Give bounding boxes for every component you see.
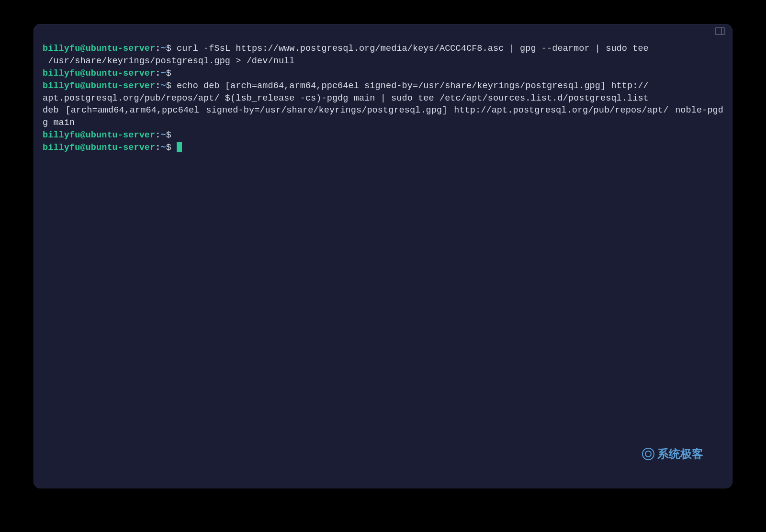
command-text: apt.postgresql.org/pub/repos/apt/ $(lsb_…: [43, 93, 649, 103]
prompt-path: ~: [160, 143, 166, 153]
prompt-path: ~: [160, 81, 166, 91]
terminal-line: deb [arch=amd64,arm64,ppc64el signed-by=…: [43, 104, 723, 129]
terminal-line: /usr/share/keyrings/postgresql.gpg > /de…: [43, 55, 723, 68]
prompt-user-host: billyfu@ubuntu-server: [43, 130, 155, 140]
prompt-colon: :: [155, 130, 160, 140]
watermark-text: 系统极客: [657, 446, 703, 462]
prompt-user-host: billyfu@ubuntu-server: [43, 44, 155, 54]
watermark: 系统极客: [642, 446, 703, 462]
prompt-colon: :: [155, 143, 160, 153]
command-text: [171, 143, 177, 153]
watermark-logo-icon: [642, 448, 654, 460]
cursor: [177, 142, 182, 152]
prompt-dollar: $: [166, 81, 171, 91]
prompt-path: ~: [160, 44, 166, 54]
panel-toggle-icon[interactable]: [715, 27, 725, 35]
prompt-user-host: billyfu@ubuntu-server: [43, 143, 155, 153]
terminal-content[interactable]: billyfu@ubuntu-server:~$ curl -fSsL http…: [34, 38, 732, 163]
terminal-line: billyfu@ubuntu-server:~$ curl -fSsL http…: [43, 43, 723, 55]
terminal-line: billyfu@ubuntu-server:~$: [43, 68, 723, 80]
prompt-path: ~: [160, 68, 166, 79]
prompt-path: ~: [160, 130, 166, 140]
prompt-dollar: $: [166, 130, 171, 140]
prompt-user-host: billyfu@ubuntu-server: [43, 68, 155, 79]
titlebar: [34, 24, 732, 38]
command-text: /usr/share/keyrings/postgresql.gpg > /de…: [43, 56, 295, 66]
command-text: curl -fSsL https://www.postgresql.org/me…: [171, 44, 649, 54]
svg-rect-0: [715, 28, 725, 34]
terminal-line: billyfu@ubuntu-server:~$ echo deb [arch=…: [43, 80, 723, 92]
terminal-line: apt.postgresql.org/pub/repos/apt/ $(lsb_…: [43, 92, 723, 105]
prompt-dollar: $: [166, 68, 171, 79]
prompt-dollar: $: [166, 143, 171, 153]
prompt-user-host: billyfu@ubuntu-server: [43, 81, 155, 91]
command-text: echo deb [arch=amd64,arm64,ppc64el signe…: [171, 81, 649, 91]
prompt-dollar: $: [166, 44, 171, 54]
terminal-window[interactable]: billyfu@ubuntu-server:~$ curl -fSsL http…: [34, 24, 732, 488]
output-text: deb [arch=amd64,arm64,ppc64el signed-by=…: [43, 105, 723, 128]
prompt-colon: :: [155, 68, 160, 79]
terminal-line: billyfu@ubuntu-server:~$: [43, 129, 723, 142]
terminal-line: billyfu@ubuntu-server:~$: [43, 142, 723, 154]
prompt-colon: :: [155, 81, 160, 91]
prompt-colon: :: [155, 44, 160, 54]
